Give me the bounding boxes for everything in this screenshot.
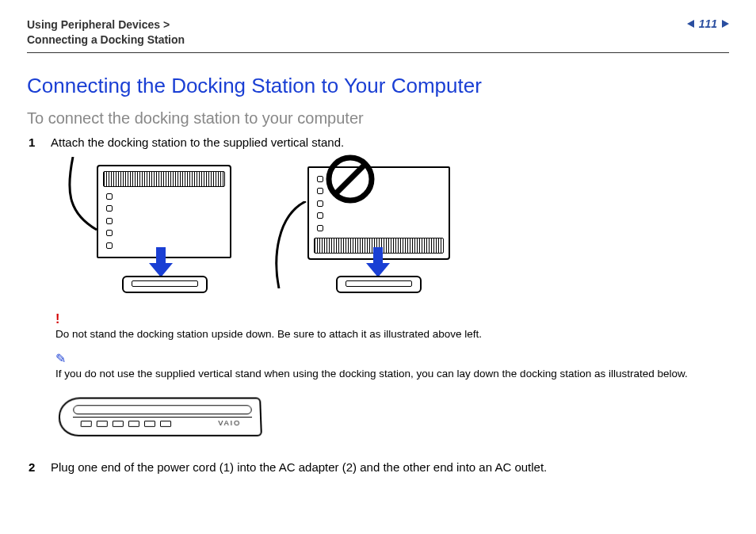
- notes-block: ! Do not stand the docking station upsid…: [55, 312, 729, 380]
- prev-page-arrow-icon[interactable]: [687, 20, 694, 28]
- insert-arrow-icon: [366, 247, 390, 279]
- step-text: Plug one end of the power cord (1) into …: [51, 460, 547, 474]
- brand-label: VAIO: [218, 419, 241, 427]
- figure-wrong-orientation: [273, 157, 472, 298]
- breadcrumb: Using Peripheral Devices > Connecting a …: [27, 17, 185, 48]
- vertical-stand: [122, 276, 208, 293]
- docking-station-upside-down: [307, 166, 450, 260]
- docking-station-flat: VAIO: [58, 397, 262, 436]
- step-number: 2: [29, 460, 40, 474]
- tip-text: If you do not use the supplied vertical …: [55, 368, 729, 380]
- step-1: 1 Attach the docking station to the supp…: [29, 135, 729, 149]
- page-header: Using Peripheral Devices > Connecting a …: [27, 17, 729, 53]
- steps-list-2: 2 Plug one end of the power cord (1) int…: [29, 460, 729, 474]
- docking-station-upright: [97, 165, 231, 258]
- figure-flat-row: VAIO: [55, 391, 729, 448]
- step-2: 2 Plug one end of the power cord (1) int…: [29, 460, 729, 474]
- illustration-row: [55, 157, 729, 298]
- prohibit-icon: [325, 154, 376, 204]
- steps-list: 1 Attach the docking station to the supp…: [29, 135, 729, 149]
- breadcrumb-line2: Connecting a Docking Station: [27, 33, 185, 46]
- insert-arrow-icon: [149, 247, 173, 279]
- warning-mark-icon: !: [55, 312, 729, 326]
- tip-mark-icon: ✎: [55, 351, 729, 366]
- breadcrumb-line1: Using Peripheral Devices >: [27, 18, 170, 31]
- side-ports: [317, 176, 323, 231]
- side-ports: [106, 193, 113, 249]
- figure-correct-orientation: [55, 157, 246, 298]
- section-subtitle: To connect the docking station to your c…: [27, 109, 729, 128]
- figure-flat-orientation: VAIO: [55, 391, 269, 448]
- manual-page: Using Peripheral Devices > Connecting a …: [0, 0, 756, 498]
- page-title: Connecting the Docking Station to Your C…: [27, 74, 729, 98]
- page-nav: 111: [687, 17, 729, 30]
- vertical-stand: [336, 276, 422, 293]
- front-ports: [81, 421, 171, 427]
- step-text: Attach the docking station to the suppli…: [51, 135, 344, 149]
- step-number: 1: [29, 135, 40, 149]
- page-number: 111: [699, 17, 717, 30]
- warning-text: Do not stand the docking station upside …: [55, 328, 729, 340]
- next-page-arrow-icon[interactable]: [722, 20, 729, 28]
- svg-line-1: [335, 164, 365, 194]
